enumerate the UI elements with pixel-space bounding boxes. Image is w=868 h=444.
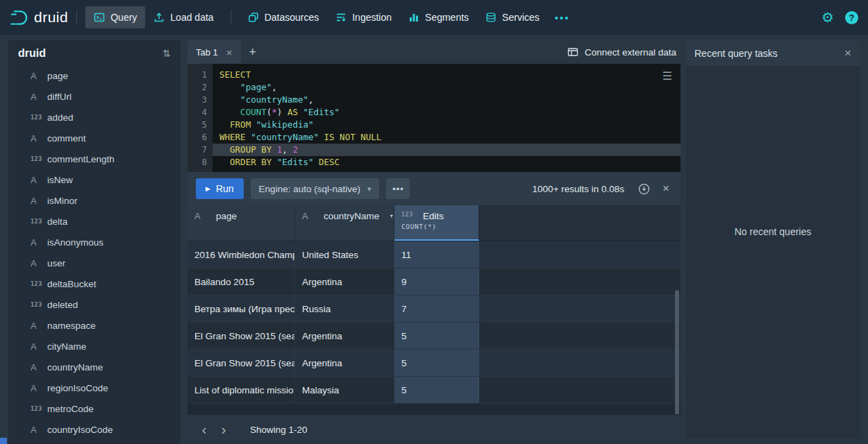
nav-divider <box>231 10 231 25</box>
sidebar-column-added[interactable]: 123added <box>8 107 181 128</box>
nav-item-load-data[interactable]: Load data <box>145 6 222 28</box>
sidebar-column-cityName[interactable]: AcityName <box>8 336 181 357</box>
results-summary: 1000+ results in 0.08s <box>533 184 624 194</box>
sort-columns-icon[interactable]: ⇅ <box>162 48 171 59</box>
cell-countryName[interactable]: Argentina <box>295 323 394 349</box>
download-results-button[interactable] <box>635 180 653 198</box>
new-tab-button[interactable]: + <box>241 45 265 60</box>
column-header-edits[interactable]: 123 Edits COUNT(*) <box>394 205 479 241</box>
nav-item-query[interactable]: Query <box>85 6 145 28</box>
help-icon[interactable]: ? <box>845 11 858 24</box>
tab-close-icon[interactable]: × <box>226 46 233 58</box>
druid-logo[interactable]: druid <box>10 9 68 26</box>
cell-countryName[interactable]: United States <box>295 241 394 268</box>
sidebar-column-regionIsoCode[interactable]: AregionIsoCode <box>8 377 181 398</box>
sql-editor[interactable]: 12345678 SELECT "page", "countryName", C… <box>187 64 681 172</box>
code-line[interactable]: WHERE "countryName" IS NOT NULL <box>212 131 681 144</box>
prev-page-icon[interactable]: ‹ <box>194 419 214 440</box>
cell-page[interactable]: List of diplomatic missio <box>187 377 295 403</box>
table-row: Ветра зимы (Игра прес Russia 7 <box>187 296 681 323</box>
cell-countryName[interactable]: Malaysia <box>295 377 394 403</box>
sidebar-column-deltaBucket[interactable]: 123deltaBucket <box>8 273 181 294</box>
external-data-icon <box>567 46 578 58</box>
scrollbar-thumb[interactable] <box>0 438 7 444</box>
cell-countryName[interactable]: Argentina <box>295 350 394 376</box>
cell-filler <box>479 268 681 295</box>
cell-edits[interactable]: 9 <box>394 268 479 295</box>
nav-item-datasources[interactable]: Datasources <box>240 6 328 28</box>
code-line[interactable]: ORDER BY "Edits" DESC <box>212 156 681 169</box>
column-name: countryName <box>47 362 103 373</box>
nav-item-segments[interactable]: Segments <box>400 6 477 28</box>
column-header-countryName[interactable]: A countryName <box>295 205 394 241</box>
tasks-panel-body: No recent queries <box>686 67 860 237</box>
column-name: isAnonymous <box>47 237 103 248</box>
settings-gear-icon[interactable]: ⚙ <box>821 10 834 24</box>
code-line[interactable]: COUNT(*) AS "Edits" <box>212 106 681 119</box>
code-line[interactable]: "countryName", <box>212 94 681 106</box>
code-line[interactable]: SELECT <box>212 69 681 81</box>
run-label: Run <box>216 183 234 194</box>
sidebar-column-isMinor[interactable]: AisMinor <box>8 190 181 211</box>
table-scrollbar[interactable] <box>675 290 679 414</box>
sidebar-column-comment[interactable]: Acomment <box>8 128 181 148</box>
cell-countryName[interactable]: Russia <box>295 296 394 322</box>
filter-icon[interactable] <box>390 212 394 221</box>
top-navbar: druid Query Load data Datasources Ingest… <box>0 0 868 35</box>
editor-lines[interactable]: SELECT "page", "countryName", COUNT(*) A… <box>212 64 681 172</box>
sidebar-column-user[interactable]: Auser <box>8 253 181 273</box>
code-line[interactable]: FROM "wikipedia" <box>212 119 681 131</box>
datasource-title[interactable]: druid <box>18 47 46 60</box>
sidebar-column-countryIsoCode[interactable]: AcountryIsoCode <box>8 419 181 440</box>
sidebar-column-isNew[interactable]: AisNew <box>8 169 181 190</box>
close-panel-icon[interactable]: × <box>844 46 851 60</box>
cell-page[interactable]: Ветра зимы (Игра прес <box>187 296 295 322</box>
line-number: 3 <box>187 94 212 106</box>
close-results-icon[interactable]: × <box>660 179 672 198</box>
sidebar-column-isAnonymous[interactable]: AisAnonymous <box>8 232 181 253</box>
nav-more-button[interactable]: ••• <box>548 12 577 24</box>
druid-logo-icon <box>10 9 28 26</box>
column-name: commentLength <box>47 154 115 164</box>
cell-page[interactable]: El Gran Show 2015 (sea <box>187 323 295 349</box>
schema-sidebar: druid ⇅ Apage AdiffUrl 123added Acomment… <box>8 40 181 444</box>
druid-console: druid Query Load data Datasources Ingest… <box>0 0 868 444</box>
code-line[interactable]: GROUP BY 1, 2 <box>212 144 681 156</box>
column-header-page[interactable]: A page <box>187 205 295 241</box>
header-filler <box>479 205 681 241</box>
sidebar-column-commentLength[interactable]: 123commentLength <box>8 148 181 169</box>
cell-edits[interactable]: 7 <box>394 296 479 322</box>
line-number: 1 <box>187 69 212 81</box>
cell-edits[interactable]: 11 <box>394 241 479 268</box>
query-more-button[interactable]: ••• <box>386 178 410 199</box>
code-line[interactable]: "page", <box>212 81 681 94</box>
connect-external-data-button[interactable]: Connect external data <box>567 46 681 58</box>
services-icon <box>485 12 496 23</box>
cell-edits[interactable]: 5 <box>394 377 479 403</box>
run-bar: ▶ Run Engine: auto (sql-native) ▾ ••• 10… <box>187 172 681 205</box>
sidebar-column-namespace[interactable]: Anamespace <box>8 315 181 336</box>
sidebar-column-delta[interactable]: 123delta <box>8 211 181 232</box>
engine-select[interactable]: Engine: auto (sql-native) ▾ <box>251 178 380 199</box>
cell-edits[interactable]: 5 <box>394 350 479 376</box>
sidebar-column-diffUrl[interactable]: AdiffUrl <box>8 86 181 107</box>
sidebar-column-countryName[interactable]: AcountryName <box>8 357 181 377</box>
nav-item-ingestion[interactable]: Ingestion <box>327 6 400 28</box>
sidebar-column-page[interactable]: Apage <box>8 65 181 86</box>
cell-page[interactable]: El Gran Show 2015 (sea <box>187 350 295 376</box>
cell-edits[interactable]: 5 <box>394 323 479 349</box>
run-button[interactable]: ▶ Run <box>196 178 244 199</box>
sidebar-column-metroCode[interactable]: 123metroCode <box>8 398 181 419</box>
next-page-icon[interactable]: › <box>214 419 233 440</box>
download-icon <box>638 183 650 195</box>
number-type-icon: 123 <box>31 405 47 412</box>
tab-tab1[interactable]: Tab 1 × <box>187 40 241 64</box>
line-number: 5 <box>187 119 212 131</box>
sidebar-column-deleted[interactable]: 123deleted <box>8 294 181 315</box>
cell-page[interactable]: Bailando 2015 <box>187 268 295 295</box>
nav-item-services[interactable]: Services <box>477 6 548 28</box>
editor-menu-icon[interactable]: ☰ <box>662 69 672 83</box>
cell-countryName[interactable]: Argentina <box>295 268 394 295</box>
cell-filler <box>479 296 681 322</box>
cell-page[interactable]: 2016 Wimbledon Champ <box>187 241 295 268</box>
